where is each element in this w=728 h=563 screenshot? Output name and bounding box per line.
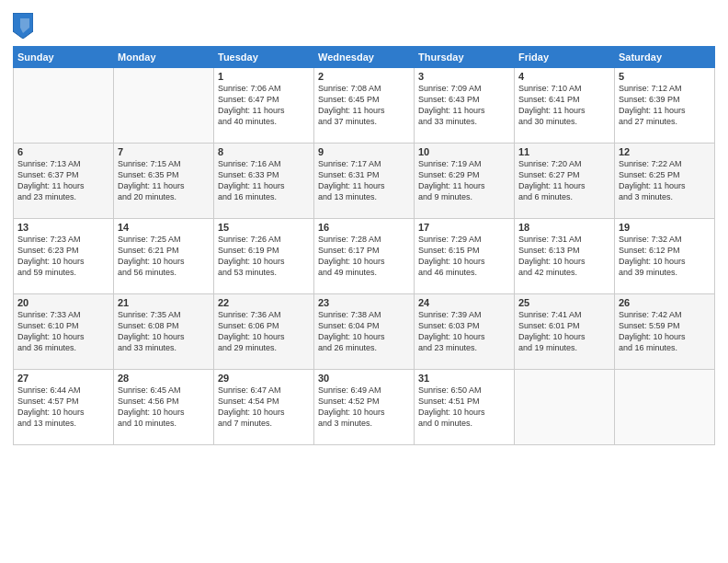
calendar-cell: 31Sunrise: 6:50 AM Sunset: 4:51 PM Dayli… [415, 370, 515, 445]
calendar-cell: 29Sunrise: 6:47 AM Sunset: 4:54 PM Dayli… [214, 370, 314, 445]
calendar-week-row: 6Sunrise: 7:13 AM Sunset: 6:37 PM Daylig… [14, 144, 715, 219]
day-number: 19 [619, 222, 711, 233]
calendar-cell: 26Sunrise: 7:42 AM Sunset: 5:59 PM Dayli… [615, 294, 715, 370]
day-info: Sunrise: 7:29 AM Sunset: 6:15 PM Dayligh… [418, 234, 510, 279]
day-number: 25 [518, 297, 610, 308]
day-number: 28 [118, 373, 210, 384]
day-info: Sunrise: 6:44 AM Sunset: 4:57 PM Dayligh… [17, 385, 109, 430]
calendar-week-row: 20Sunrise: 7:33 AM Sunset: 6:10 PM Dayli… [14, 294, 715, 370]
logo-icon [13, 13, 33, 39]
day-number: 27 [17, 373, 109, 384]
weekday-header: Wednesday [314, 47, 415, 68]
day-info: Sunrise: 7:17 AM Sunset: 6:31 PM Dayligh… [318, 158, 410, 203]
day-info: Sunrise: 7:19 AM Sunset: 6:29 PM Dayligh… [418, 158, 510, 203]
day-info: Sunrise: 7:33 AM Sunset: 6:10 PM Dayligh… [17, 309, 109, 354]
day-number: 8 [218, 146, 310, 157]
day-number: 1 [218, 71, 310, 82]
day-number: 21 [118, 297, 210, 308]
day-info: Sunrise: 7:42 AM Sunset: 5:59 PM Dayligh… [619, 309, 711, 354]
day-number: 22 [218, 297, 310, 308]
day-number: 17 [418, 222, 510, 233]
day-info: Sunrise: 7:10 AM Sunset: 6:41 PM Dayligh… [518, 83, 610, 128]
calendar-cell: 28Sunrise: 6:45 AM Sunset: 4:56 PM Dayli… [114, 370, 214, 445]
calendar-table: SundayMondayTuesdayWednesdayThursdayFrid… [13, 46, 715, 445]
day-number: 2 [318, 71, 410, 82]
day-number: 3 [418, 71, 510, 82]
weekday-header: Tuesday [214, 47, 314, 68]
day-info: Sunrise: 7:28 AM Sunset: 6:17 PM Dayligh… [318, 234, 410, 279]
calendar-cell: 23Sunrise: 7:38 AM Sunset: 6:04 PM Dayli… [314, 294, 415, 370]
day-number: 26 [619, 297, 711, 308]
day-info: Sunrise: 6:47 AM Sunset: 4:54 PM Dayligh… [218, 385, 310, 430]
day-number: 11 [518, 146, 610, 157]
day-info: Sunrise: 6:50 AM Sunset: 4:51 PM Dayligh… [418, 385, 510, 430]
calendar-cell: 21Sunrise: 7:35 AM Sunset: 6:08 PM Dayli… [114, 294, 214, 370]
day-number: 14 [118, 222, 210, 233]
day-number: 20 [17, 297, 109, 308]
calendar-cell: 15Sunrise: 7:26 AM Sunset: 6:19 PM Dayli… [214, 219, 314, 294]
calendar-cell: 17Sunrise: 7:29 AM Sunset: 6:15 PM Dayli… [415, 219, 515, 294]
day-info: Sunrise: 7:20 AM Sunset: 6:27 PM Dayligh… [518, 158, 610, 203]
calendar-cell: 14Sunrise: 7:25 AM Sunset: 6:21 PM Dayli… [114, 219, 214, 294]
calendar-cell: 27Sunrise: 6:44 AM Sunset: 4:57 PM Dayli… [14, 370, 114, 445]
day-info: Sunrise: 6:49 AM Sunset: 4:52 PM Dayligh… [318, 385, 410, 430]
weekday-header: Monday [114, 47, 214, 68]
calendar-cell: 7Sunrise: 7:15 AM Sunset: 6:35 PM Daylig… [114, 144, 214, 219]
calendar-cell: 20Sunrise: 7:33 AM Sunset: 6:10 PM Dayli… [14, 294, 114, 370]
calendar-cell: 19Sunrise: 7:32 AM Sunset: 6:12 PM Dayli… [615, 219, 715, 294]
day-number: 7 [118, 146, 210, 157]
day-info: Sunrise: 7:31 AM Sunset: 6:13 PM Dayligh… [518, 234, 610, 279]
logo [13, 13, 37, 39]
day-info: Sunrise: 7:35 AM Sunset: 6:08 PM Dayligh… [118, 309, 210, 354]
day-number: 23 [318, 297, 410, 308]
calendar-cell: 22Sunrise: 7:36 AM Sunset: 6:06 PM Dayli… [214, 294, 314, 370]
day-info: Sunrise: 6:45 AM Sunset: 4:56 PM Dayligh… [118, 385, 210, 430]
calendar-week-row: 1Sunrise: 7:06 AM Sunset: 6:47 PM Daylig… [14, 68, 715, 144]
day-info: Sunrise: 7:08 AM Sunset: 6:45 PM Dayligh… [318, 83, 410, 128]
header [13, 9, 715, 39]
calendar-cell [515, 370, 615, 445]
calendar-cell: 13Sunrise: 7:23 AM Sunset: 6:23 PM Dayli… [14, 219, 114, 294]
weekday-header: Friday [515, 47, 615, 68]
day-number: 24 [418, 297, 510, 308]
day-info: Sunrise: 7:06 AM Sunset: 6:47 PM Dayligh… [218, 83, 310, 128]
calendar-cell: 10Sunrise: 7:19 AM Sunset: 6:29 PM Dayli… [415, 144, 515, 219]
day-number: 16 [318, 222, 410, 233]
day-info: Sunrise: 7:25 AM Sunset: 6:21 PM Dayligh… [118, 234, 210, 279]
calendar-cell: 25Sunrise: 7:41 AM Sunset: 6:01 PM Dayli… [515, 294, 615, 370]
calendar-week-row: 13Sunrise: 7:23 AM Sunset: 6:23 PM Dayli… [14, 219, 715, 294]
day-info: Sunrise: 7:22 AM Sunset: 6:25 PM Dayligh… [619, 158, 711, 203]
day-info: Sunrise: 7:36 AM Sunset: 6:06 PM Dayligh… [218, 309, 310, 354]
calendar-cell: 9Sunrise: 7:17 AM Sunset: 6:31 PM Daylig… [314, 144, 415, 219]
weekday-header-row: SundayMondayTuesdayWednesdayThursdayFrid… [14, 47, 715, 68]
calendar-cell: 8Sunrise: 7:16 AM Sunset: 6:33 PM Daylig… [214, 144, 314, 219]
calendar-cell: 12Sunrise: 7:22 AM Sunset: 6:25 PM Dayli… [615, 144, 715, 219]
weekday-header: Saturday [615, 47, 715, 68]
calendar-cell [114, 68, 214, 144]
calendar-cell: 11Sunrise: 7:20 AM Sunset: 6:27 PM Dayli… [515, 144, 615, 219]
weekday-header: Sunday [14, 47, 114, 68]
day-info: Sunrise: 7:32 AM Sunset: 6:12 PM Dayligh… [619, 234, 711, 279]
calendar-cell: 24Sunrise: 7:39 AM Sunset: 6:03 PM Dayli… [415, 294, 515, 370]
day-number: 31 [418, 373, 510, 384]
calendar-cell: 1Sunrise: 7:06 AM Sunset: 6:47 PM Daylig… [214, 68, 314, 144]
day-info: Sunrise: 7:12 AM Sunset: 6:39 PM Dayligh… [619, 83, 711, 128]
day-info: Sunrise: 7:13 AM Sunset: 6:37 PM Dayligh… [17, 158, 109, 203]
day-number: 30 [318, 373, 410, 384]
calendar-cell [14, 68, 114, 144]
day-number: 29 [218, 373, 310, 384]
day-info: Sunrise: 7:16 AM Sunset: 6:33 PM Dayligh… [218, 158, 310, 203]
day-info: Sunrise: 7:23 AM Sunset: 6:23 PM Dayligh… [17, 234, 109, 279]
calendar-cell: 18Sunrise: 7:31 AM Sunset: 6:13 PM Dayli… [515, 219, 615, 294]
day-number: 15 [218, 222, 310, 233]
calendar-cell: 2Sunrise: 7:08 AM Sunset: 6:45 PM Daylig… [314, 68, 415, 144]
day-number: 13 [17, 222, 109, 233]
calendar-cell: 16Sunrise: 7:28 AM Sunset: 6:17 PM Dayli… [314, 219, 415, 294]
calendar-cell: 4Sunrise: 7:10 AM Sunset: 6:41 PM Daylig… [515, 68, 615, 144]
day-info: Sunrise: 7:38 AM Sunset: 6:04 PM Dayligh… [318, 309, 410, 354]
day-number: 12 [619, 146, 711, 157]
day-number: 5 [619, 71, 711, 82]
day-number: 18 [518, 222, 610, 233]
day-info: Sunrise: 7:26 AM Sunset: 6:19 PM Dayligh… [218, 234, 310, 279]
day-info: Sunrise: 7:39 AM Sunset: 6:03 PM Dayligh… [418, 309, 510, 354]
